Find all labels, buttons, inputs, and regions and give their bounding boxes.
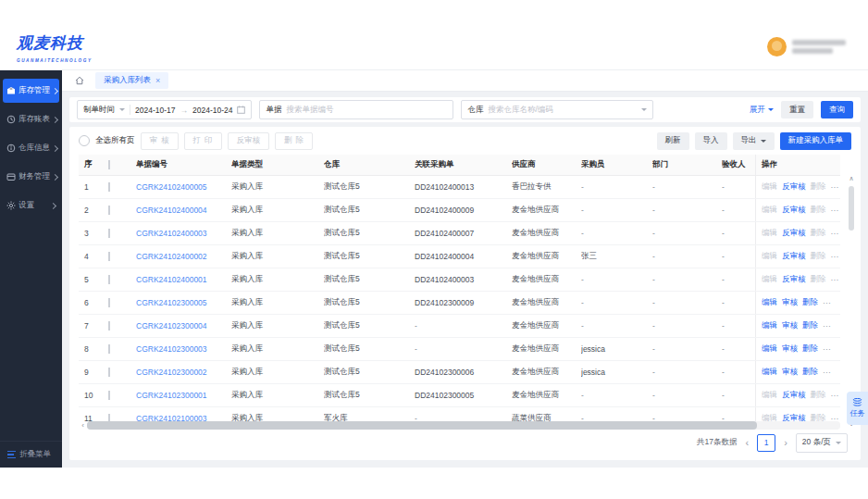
more-actions-icon[interactable]: ⋯ bbox=[831, 229, 840, 238]
row-checkbox[interactable] bbox=[108, 321, 110, 331]
row-action-enabled[interactable]: 反审核 bbox=[782, 181, 806, 193]
row-action-enabled[interactable]: 反审核 bbox=[782, 274, 806, 285]
vertical-scrollbar[interactable]: ∧ ∨ bbox=[846, 175, 857, 428]
row-action-disabled[interactable]: 删除 bbox=[811, 274, 826, 285]
sidebar-item-2[interactable]: 仓库信息 bbox=[3, 136, 59, 160]
row-action-disabled[interactable]: 删除 bbox=[811, 228, 826, 239]
reverse-audit-button[interactable]: 反审核 bbox=[228, 132, 270, 150]
delete-button[interactable]: 删除 bbox=[275, 132, 313, 150]
date-range-filter[interactable]: 制单时间 2024-10-17 → 2024-10-24 bbox=[77, 100, 252, 119]
row-checkbox[interactable] bbox=[108, 298, 110, 307]
doc-number-link[interactable]: CGRK24102300005 bbox=[136, 298, 207, 307]
create-purchase-inbound-button[interactable]: 新建采购入库单 bbox=[780, 132, 852, 150]
doc-number-link[interactable]: CGRK24102400001 bbox=[136, 275, 207, 284]
current-page-button[interactable]: 1 bbox=[757, 434, 775, 452]
row-action-enabled[interactable]: 编辑 bbox=[762, 367, 777, 378]
refresh-button[interactable]: 刷新 bbox=[657, 132, 689, 150]
row-action-enabled[interactable]: 反审核 bbox=[782, 205, 806, 216]
doc-number-link[interactable]: CGRK24102300001 bbox=[136, 391, 207, 400]
row-checkbox[interactable] bbox=[108, 252, 110, 261]
row-action-disabled[interactable]: 编辑 bbox=[762, 390, 777, 401]
more-actions-icon[interactable]: ⋯ bbox=[823, 344, 832, 354]
date-start-value[interactable]: 2024-10-17 bbox=[135, 106, 175, 115]
export-button[interactable]: 导出 bbox=[733, 132, 775, 150]
row-action-disabled[interactable]: 编辑 bbox=[762, 205, 777, 216]
home-icon[interactable] bbox=[75, 76, 84, 85]
tab-close-icon[interactable]: × bbox=[155, 76, 160, 85]
row-checkbox[interactable] bbox=[108, 206, 110, 215]
more-actions-icon[interactable]: ⋯ bbox=[823, 298, 832, 307]
sidebar-item-3[interactable]: 财务管理 bbox=[3, 165, 59, 189]
user-menu[interactable] bbox=[767, 37, 846, 56]
select-all-checkbox[interactable] bbox=[108, 160, 110, 169]
next-page-icon[interactable]: › bbox=[784, 437, 787, 448]
sidebar-item-1[interactable]: 库存账表 bbox=[3, 107, 59, 131]
print-button[interactable]: 打印 bbox=[184, 132, 222, 150]
row-action-disabled[interactable]: 编辑 bbox=[762, 274, 777, 285]
row-action-enabled[interactable]: 反审核 bbox=[782, 251, 806, 262]
row-action-enabled[interactable]: 删除 bbox=[802, 343, 818, 355]
row-action-enabled[interactable]: 反审核 bbox=[782, 228, 806, 239]
row-action-enabled[interactable]: 编辑 bbox=[762, 320, 777, 331]
row-checkbox[interactable] bbox=[108, 182, 110, 192]
doc-number-search-input[interactable]: 单据 搜索单据编号 bbox=[259, 100, 453, 119]
horizontal-scroll-thumb[interactable] bbox=[87, 421, 757, 430]
more-actions-icon[interactable]: ⋯ bbox=[831, 275, 840, 284]
doc-number-link[interactable]: CGRK24102300003 bbox=[136, 344, 207, 354]
row-action-enabled[interactable]: 审核 bbox=[782, 297, 798, 308]
row-action-disabled[interactable]: 编辑 bbox=[762, 228, 777, 239]
row-action-enabled[interactable]: 编辑 bbox=[762, 343, 777, 355]
more-actions-icon[interactable]: ⋯ bbox=[823, 368, 832, 377]
sidebar-item-4[interactable]: 设置 bbox=[3, 193, 59, 218]
row-action-enabled[interactable]: 编辑 bbox=[762, 297, 777, 308]
select-all-pages-checkbox[interactable] bbox=[79, 135, 90, 146]
more-actions-icon[interactable]: ⋯ bbox=[831, 182, 840, 192]
doc-number-link[interactable]: CGRK24102400002 bbox=[136, 252, 207, 261]
row-action-enabled[interactable]: 反审核 bbox=[782, 390, 806, 401]
prev-page-icon[interactable]: ‹ bbox=[745, 437, 749, 448]
row-action-enabled[interactable]: 删除 bbox=[802, 320, 818, 331]
more-actions-icon[interactable]: ⋯ bbox=[831, 391, 840, 400]
date-end-value[interactable]: 2024-10-24 bbox=[192, 106, 232, 115]
doc-number-link[interactable]: CGRK24102300004 bbox=[136, 321, 207, 331]
doc-number-link[interactable]: CGRK24102300002 bbox=[136, 368, 207, 377]
row-checkbox[interactable] bbox=[108, 275, 110, 284]
more-actions-icon[interactable]: ⋯ bbox=[823, 321, 832, 331]
row-action-enabled[interactable]: 审核 bbox=[782, 320, 798, 331]
doc-number-link[interactable]: CGRK24102400003 bbox=[136, 229, 207, 238]
row-action-disabled[interactable]: 删除 bbox=[811, 205, 826, 216]
tab-purchase-inbound-list[interactable]: 采购入库列表 × bbox=[95, 72, 168, 89]
search-button[interactable]: 查询 bbox=[821, 101, 853, 119]
more-actions-icon[interactable]: ⋯ bbox=[831, 206, 840, 215]
import-button[interactable]: 导入 bbox=[695, 132, 727, 150]
reset-button[interactable]: 重置 bbox=[781, 101, 813, 119]
row-checkbox[interactable] bbox=[108, 229, 110, 238]
vertical-scroll-thumb[interactable] bbox=[849, 186, 854, 231]
horizontal-scrollbar[interactable]: ‹ bbox=[79, 421, 840, 430]
row-action-disabled[interactable]: 删除 bbox=[811, 181, 826, 193]
audit-button[interactable]: 审核 bbox=[141, 132, 179, 150]
horizontal-scroll-track[interactable] bbox=[87, 421, 840, 430]
collapse-menu-button[interactable]: 折叠菜单 bbox=[0, 441, 62, 468]
page-size-select[interactable]: 20 条/页 bbox=[796, 433, 848, 453]
row-checkbox[interactable] bbox=[108, 344, 110, 354]
row-action-disabled[interactable]: 编辑 bbox=[762, 181, 777, 193]
doc-number-link[interactable]: CGRK24102400004 bbox=[136, 206, 207, 215]
scroll-up-icon[interactable]: ∧ bbox=[846, 175, 857, 182]
warehouse-search-select[interactable]: 仓库 搜索仓库名称/编码 bbox=[461, 100, 653, 119]
doc-number-link[interactable]: CGRK24102400005 bbox=[136, 182, 207, 192]
row-action-enabled[interactable]: 审核 bbox=[782, 367, 798, 378]
row-action-disabled[interactable]: 删除 bbox=[811, 251, 826, 262]
scroll-left-icon[interactable]: ‹ bbox=[79, 421, 87, 430]
expand-filters-button[interactable]: 展开 bbox=[750, 105, 774, 116]
row-checkbox[interactable] bbox=[108, 391, 110, 400]
task-panel-button[interactable]: 任务 bbox=[847, 392, 868, 425]
row-action-enabled[interactable]: 删除 bbox=[802, 297, 818, 308]
sidebar-item-0[interactable]: 库存管理 bbox=[3, 79, 59, 103]
avatar[interactable] bbox=[767, 37, 787, 56]
row-checkbox[interactable] bbox=[108, 368, 110, 377]
more-actions-icon[interactable]: ⋯ bbox=[831, 252, 840, 261]
row-action-enabled[interactable]: 审核 bbox=[782, 343, 798, 355]
row-action-disabled[interactable]: 删除 bbox=[811, 390, 826, 401]
row-action-disabled[interactable]: 编辑 bbox=[762, 251, 777, 262]
